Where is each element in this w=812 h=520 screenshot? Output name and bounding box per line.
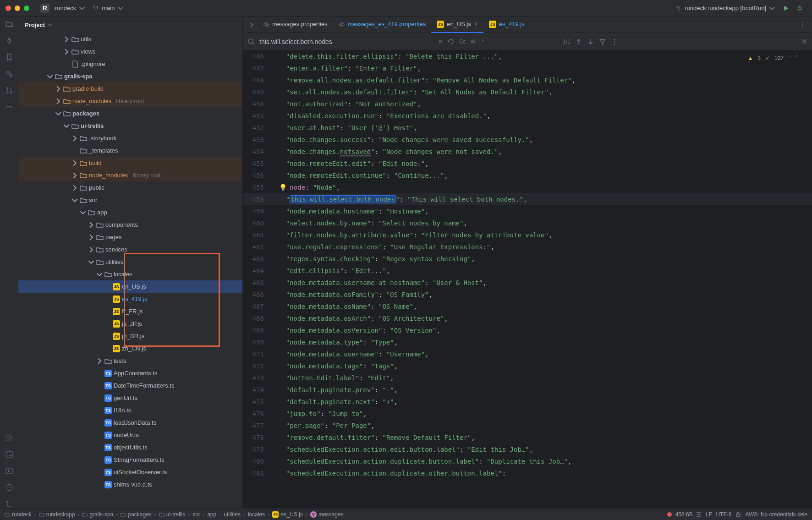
- code-line[interactable]: 461 "filter.nodes.by.attribute.value": "…: [243, 229, 812, 241]
- regex-toggle[interactable]: .*: [480, 38, 484, 45]
- lock-icon[interactable]: [735, 511, 741, 518]
- code-line[interactable]: 450 "not.authorized": "Not authorized",: [243, 98, 812, 110]
- code-line[interactable]: 454 "node.changes.notsaved": "Node chang…: [243, 146, 812, 158]
- tree-row[interactable]: TSStringFormatters.ts: [18, 454, 242, 466]
- breadcrumb-item[interactable]: src: [192, 511, 200, 518]
- tree-row[interactable]: TSi18n.ts: [18, 404, 242, 416]
- commit-icon[interactable]: [5, 37, 13, 45]
- breadcrumb-item[interactable]: locales: [248, 511, 265, 518]
- code-line[interactable]: 472 "node.metadata.tags": "Tags",: [243, 360, 812, 372]
- tree-row[interactable]: TSnodeUi.ts: [18, 429, 242, 441]
- branch-selector[interactable]: main: [89, 3, 127, 13]
- tree-row[interactable]: pages: [18, 231, 242, 243]
- project-selector[interactable]: R rundeck: [37, 2, 89, 15]
- tree-row[interactable]: packages: [18, 107, 242, 120]
- close-tab-icon[interactable]: ✕: [474, 21, 478, 27]
- tree-row[interactable]: TSAppConstants.ts: [18, 367, 242, 379]
- editor-tab[interactable]: messages.properties: [258, 16, 333, 33]
- problems-icon[interactable]: [5, 483, 13, 492]
- tree-row[interactable]: node_moduleslibrary root: [18, 169, 242, 181]
- tab-history-back[interactable]: [246, 22, 258, 28]
- vcs-icon[interactable]: [5, 500, 13, 508]
- chevron-up-icon[interactable]: ˄: [788, 55, 791, 61]
- code-line[interactable]: 453 "node.changes.success": "Node change…: [243, 134, 812, 146]
- tabs-more-icon[interactable]: ⋮: [796, 21, 809, 28]
- tree-row[interactable]: .storybook: [18, 132, 242, 144]
- code-line[interactable]: 460 "select.nodes.by.name": "Select node…: [243, 217, 812, 229]
- code-line[interactable]: 451 "disabled.execution.run": "Execution…: [243, 110, 812, 122]
- recording-indicator-icon[interactable]: [667, 512, 672, 517]
- code-line[interactable]: 480 "scheduledExecution.action.duplicate…: [243, 455, 812, 467]
- tree-row[interactable]: src: [18, 194, 242, 206]
- code-line[interactable]: 447 "enter.a.filter": "Enter a Filter",: [243, 62, 812, 74]
- tree-row[interactable]: utils: [18, 33, 242, 45]
- breadcrumb-item[interactable]: packages: [121, 511, 151, 518]
- breadcrumb-item[interactable]: grails-spa: [82, 511, 113, 518]
- code-line[interactable]: 464 "edit.ellipsis": "Edit...",: [243, 265, 812, 277]
- tree-row[interactable]: views: [18, 45, 242, 58]
- breadcrumb-item[interactable]: ui-trellis: [159, 511, 185, 518]
- code-line[interactable]: 449 "set.all.nodes.as.default.filter": "…: [243, 86, 812, 98]
- maximize-window-button[interactable]: [24, 5, 29, 11]
- breadcrumb-item[interactable]: utilities: [224, 511, 241, 518]
- clear-search-button[interactable]: ✕: [438, 38, 443, 45]
- code-line[interactable]: 456 "node.remoteEdit.continue": "Continu…: [243, 170, 812, 181]
- tree-row[interactable]: .gitignore: [18, 58, 242, 70]
- cursor-position[interactable]: 458:65: [675, 511, 692, 518]
- match-case-toggle[interactable]: Cc: [459, 38, 466, 45]
- arrow-down-icon[interactable]: [587, 38, 594, 45]
- tree-row[interactable]: grails-spa: [18, 70, 242, 82]
- code-line[interactable]: 469 "node.metadata.osVersion": "OS Versi…: [243, 324, 812, 336]
- close-window-button[interactable]: [5, 5, 11, 11]
- breadcrumb-item[interactable]: app: [207, 511, 216, 518]
- code-line[interactable]: 477 "per.page": "Per Page",: [243, 420, 812, 432]
- search-icon[interactable]: [247, 38, 255, 45]
- code-line[interactable]: 473 "button.Edit.label": "Edit",: [243, 372, 812, 384]
- code-line[interactable]: 466 "node.metadata.osFamily": "OS Family…: [243, 289, 812, 301]
- aws-status[interactable]: AWS: No credentials sele: [745, 511, 807, 518]
- tree-row[interactable]: services: [18, 243, 242, 256]
- arrow-up-icon[interactable]: [575, 38, 582, 45]
- tree-row[interactable]: build: [18, 157, 242, 169]
- breadcrumb-item[interactable]: Vmessages: [310, 511, 344, 518]
- code-line[interactable]: 462 "use.regular.expressions": "Use Regu…: [243, 241, 812, 253]
- code-line[interactable]: 457 💡node: "Node",: [243, 181, 812, 193]
- history-icon[interactable]: [447, 38, 455, 45]
- more-icon[interactable]: [5, 103, 13, 111]
- code-line[interactable]: 448 "remove.all.nodes.as.default.filter"…: [243, 74, 812, 86]
- code-line[interactable]: 467 "node.metadata.osName": "OS Name",: [243, 301, 812, 312]
- terminal-icon[interactable]: [5, 450, 13, 459]
- tree-row[interactable]: public: [18, 181, 242, 194]
- run-button[interactable]: [779, 3, 793, 13]
- editor-tab[interactable]: messages_es_419.properties: [333, 16, 432, 33]
- tree-row[interactable]: node_moduleslibrary root: [18, 95, 242, 107]
- run-window-icon[interactable]: [5, 467, 13, 475]
- code-line[interactable]: 452 "user.at.host": "User {'@'} Host",: [243, 122, 812, 134]
- code-line[interactable]: 446 "delete.this.filter.ellipsis": "Dele…: [243, 50, 812, 62]
- chevron-down-icon[interactable]: ˅: [796, 55, 798, 61]
- problems-badge[interactable]: ▲ 3 ✓ 107 ˄ ˅: [745, 54, 801, 62]
- debug-button[interactable]: [793, 3, 807, 13]
- tree-row[interactable]: ui-trellis: [18, 120, 242, 132]
- tree-row[interactable]: TSgenUrl.ts: [18, 392, 242, 404]
- find-input[interactable]: [259, 38, 433, 45]
- tree-row[interactable]: JSen_US.js: [18, 280, 242, 293]
- code-editor[interactable]: ▲ 3 ✓ 107 ˄ ˅ 446 "delete.this.filter.el…: [243, 50, 812, 508]
- whole-word-toggle[interactable]: W: [471, 38, 476, 45]
- tree-row[interactable]: app: [18, 206, 242, 219]
- code-line[interactable]: 459 "node.metadata.hostname": "Hostname"…: [243, 205, 812, 217]
- tree-row[interactable]: gradle-build: [18, 82, 242, 95]
- folder-icon[interactable]: [5, 20, 13, 28]
- code-line[interactable]: 455 "node.remoteEdit.edit": "Edit node:"…: [243, 158, 812, 170]
- tree-row[interactable]: TSuiSocketObserver.ts: [18, 466, 242, 478]
- breadcrumb-item[interactable]: JSen_US.js: [272, 511, 303, 518]
- indent-icon[interactable]: [696, 511, 702, 518]
- code-line[interactable]: 458 "this.will.select.both.nodes": "This…: [243, 193, 812, 205]
- code-line[interactable]: 470 "node.metadata.type": "Type",: [243, 336, 812, 348]
- run-config-selector[interactable]: rundeck:rundeckapp [bootRun]: [672, 3, 779, 13]
- close-find-button[interactable]: ✕: [801, 37, 807, 46]
- tree-row[interactable]: JSzh_CN.js: [18, 342, 242, 355]
- tree-row[interactable]: JSfr_FR.js: [18, 305, 242, 317]
- code-line[interactable]: 479 "scheduledExecution.action.edit.butt…: [243, 443, 812, 455]
- tree-row[interactable]: JSes_419.js: [18, 293, 242, 305]
